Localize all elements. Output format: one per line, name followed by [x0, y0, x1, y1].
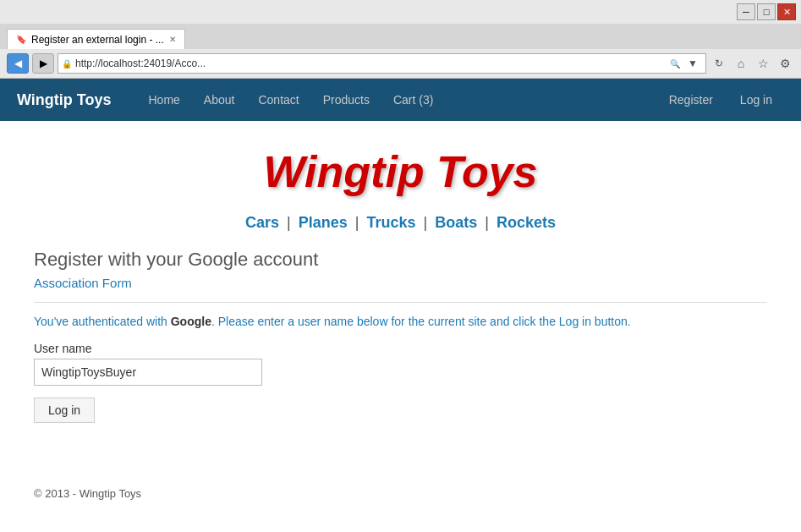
auth-provider: Google — [171, 315, 211, 328]
login-button[interactable]: Log in — [34, 398, 95, 423]
favorites-icon[interactable]: ☆ — [754, 54, 772, 73]
separator-1: | — [287, 214, 291, 231]
page-content: Wingtip Toys Home About Contact Products… — [0, 79, 801, 513]
separator-3: | — [424, 214, 428, 231]
username-label: User name — [34, 342, 767, 355]
footer: © 2013 - Wingtip Toys — [0, 474, 801, 513]
divider — [34, 302, 767, 303]
auth-message-suffix: . Please enter a user name below for the… — [211, 315, 631, 328]
nav-contact[interactable]: Contact — [246, 79, 310, 121]
category-links: Cars | Planes | Trucks | Boats | Rockets — [34, 214, 767, 232]
category-planes[interactable]: Planes — [299, 214, 348, 231]
auth-message-prefix: You've authenticated with — [34, 315, 171, 328]
dropdown-icon[interactable]: ▼ — [683, 53, 702, 74]
url-security-icon: 🔒 — [62, 59, 72, 69]
nav-home[interactable]: Home — [137, 79, 192, 121]
username-group: User name — [34, 342, 767, 386]
tab-close-icon[interactable]: ✕ — [169, 35, 176, 44]
nav-about[interactable]: About — [192, 79, 247, 121]
forward-button[interactable]: ▶ — [32, 53, 54, 74]
navbar-links: Home About Contact Products Cart (3) — [137, 79, 657, 121]
settings-icon[interactable]: ⚙ — [776, 54, 794, 73]
footer-text: © 2013 - Wingtip Toys — [34, 487, 141, 500]
logo-text: Wingtip Toys — [263, 147, 537, 196]
browser-chrome: ─ □ ✕ 🔖 Register an external login - ...… — [0, 0, 801, 79]
address-bar: ◀ ▶ 🔒 http://localhost:24019/Acco... 🔍 ▼… — [0, 49, 801, 78]
tab-bar: 🔖 Register an external login - ... ✕ — [0, 24, 801, 49]
username-input[interactable] — [34, 359, 262, 386]
main-content: Wingtip Toys Cars | Planes | Trucks | Bo… — [0, 121, 801, 440]
navbar-brand[interactable]: Wingtip Toys — [17, 91, 112, 109]
page-title: Register with your Google account — [34, 249, 767, 271]
nav-login[interactable]: Log in — [728, 79, 784, 121]
navbar-right: Register Log in — [657, 79, 784, 121]
auth-message: You've authenticated with Google. Please… — [34, 315, 767, 328]
maximize-button[interactable]: □ — [757, 3, 776, 20]
nav-products[interactable]: Products — [311, 79, 381, 121]
window-controls: ─ □ ✕ — [737, 3, 796, 20]
url-text: http://localhost:24019/Acco... — [75, 58, 667, 69]
nav-cart[interactable]: Cart (3) — [381, 79, 445, 121]
refresh-button[interactable]: ↻ — [710, 53, 728, 74]
nav-register[interactable]: Register — [657, 79, 725, 121]
close-button[interactable]: ✕ — [777, 3, 796, 20]
form-section: Register with your Google account Associ… — [34, 249, 767, 423]
separator-4: | — [485, 214, 489, 231]
minimize-button[interactable]: ─ — [737, 3, 755, 20]
separator-2: | — [355, 214, 359, 231]
home-icon[interactable]: ⌂ — [732, 54, 750, 73]
category-cars[interactable]: Cars — [245, 214, 279, 231]
search-icon: 🔍 — [670, 59, 680, 69]
site-logo: Wingtip Toys — [34, 146, 767, 197]
form-subtitle: Association Form — [34, 276, 767, 290]
tab-favicon-icon: 🔖 — [16, 35, 26, 44]
tab-title: Register an external login - ... — [31, 34, 164, 46]
category-rockets[interactable]: Rockets — [497, 214, 556, 231]
title-bar: ─ □ ✕ — [0, 0, 801, 24]
navbar: Wingtip Toys Home About Contact Products… — [0, 79, 801, 121]
back-button[interactable]: ◀ — [7, 53, 29, 74]
url-box[interactable]: 🔒 http://localhost:24019/Acco... 🔍 ▼ — [58, 53, 706, 74]
category-trucks[interactable]: Trucks — [366, 214, 415, 231]
active-tab[interactable]: 🔖 Register an external login - ... ✕ — [7, 29, 185, 49]
category-boats[interactable]: Boats — [435, 214, 477, 231]
